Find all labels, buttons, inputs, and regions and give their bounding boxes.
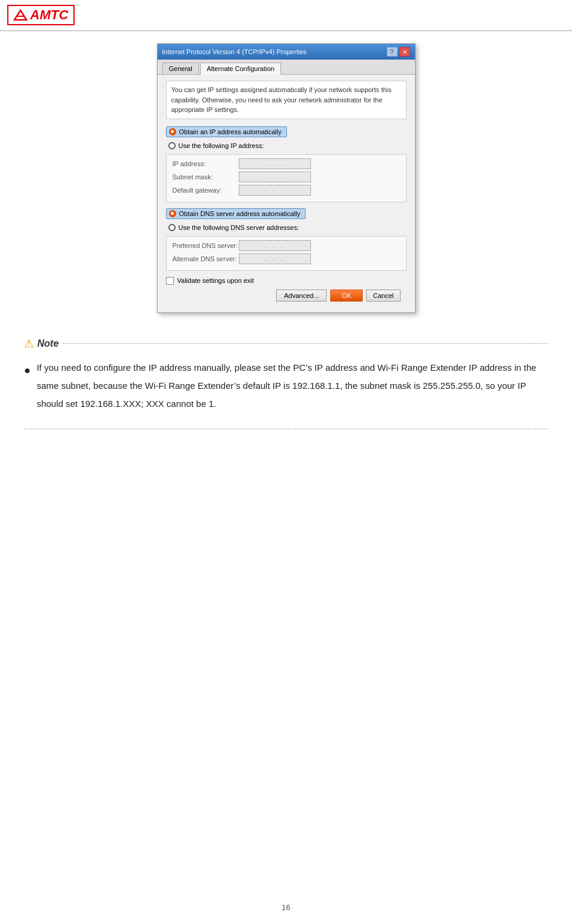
dialog-title: Internet Protocol Version 4 (TCP/IPv4) P… <box>162 48 307 55</box>
note-bullet-text: If you need to configure the IP address … <box>37 359 548 413</box>
logo-text: AMTC <box>7 5 75 25</box>
tab-alternate-configuration[interactable]: Alternate Configuration <box>200 63 281 75</box>
ip-address-label: IP address: <box>173 160 239 167</box>
dns-radio-empty-icon <box>168 224 176 231</box>
radio-filled-icon <box>169 128 176 135</box>
dialog-inner: You can get IP settings assigned automat… <box>158 75 415 312</box>
svg-marker-0 <box>14 10 26 20</box>
default-gateway-label: Default gateway: <box>173 187 239 194</box>
preferred-dns-input[interactable]: . . . <box>239 240 311 251</box>
dns-section: Obtain DNS server address automatically … <box>166 208 407 271</box>
use-following-dns-radio[interactable]: Use the following DNS server addresses: <box>166 223 407 232</box>
radio-empty-icon <box>168 142 176 149</box>
use-following-ip-radio[interactable]: Use the following IP address: <box>166 141 407 150</box>
note-header-line <box>63 343 548 344</box>
obtain-ip-selected[interactable]: Obtain an IP address automatically <box>166 126 287 137</box>
preferred-dns-label: Preferred DNS server: <box>173 242 239 249</box>
close-button[interactable]: ✕ <box>399 47 410 57</box>
note-footer-line <box>24 429 548 429</box>
alternate-dns-input[interactable]: . . . <box>239 253 311 264</box>
note-bullet: ● If you need to configure the IP addres… <box>24 359 548 413</box>
logo: AMTC <box>7 5 75 25</box>
note-label: Note <box>37 338 59 349</box>
tab-general[interactable]: General <box>162 63 199 74</box>
subnet-mask-label: Subnet mask: <box>173 173 239 181</box>
help-button[interactable]: ? <box>387 47 398 57</box>
dns-radio-filled-icon <box>169 210 176 217</box>
tabs-row: General Alternate Configuration <box>158 60 415 75</box>
ip-address-row: IP address: . . . <box>173 158 400 169</box>
default-gateway-input[interactable]: . . . <box>239 185 311 196</box>
ok-button[interactable]: OK <box>330 290 363 302</box>
dialog-box: Internet Protocol Version 4 (TCP/IPv4) P… <box>157 43 416 313</box>
obtain-dns-selected[interactable]: Obtain DNS server address automatically <box>166 208 306 219</box>
page-number: 16 <box>281 903 290 912</box>
alternate-dns-row: Alternate DNS server: . . . <box>173 253 400 264</box>
use-following-ip-normal[interactable]: Use the following IP address: <box>166 141 266 150</box>
dialog-title-buttons: ? ✕ <box>387 47 410 57</box>
ip-fields-section: IP address: . . . Subnet mask: . . . Def… <box>166 154 407 202</box>
obtain-dns-radio[interactable]: Obtain DNS server address automatically <box>166 208 407 219</box>
cancel-button[interactable]: Cancel <box>366 290 400 302</box>
warning-icon: ⚠ <box>24 337 34 350</box>
default-gateway-row: Default gateway: . . . <box>173 185 400 196</box>
dialog-wrapper: Internet Protocol Version 4 (TCP/IPv4) P… <box>24 43 548 313</box>
obtain-ip-radio[interactable]: Obtain an IP address automatically <box>166 126 407 137</box>
main-content: Internet Protocol Version 4 (TCP/IPv4) P… <box>0 31 572 441</box>
subnet-mask-input[interactable]: . . . <box>239 172 311 182</box>
header: AMTC <box>0 0 572 31</box>
bullet-icon: ● <box>24 360 31 413</box>
dialog-footer: Advanced... OK Cancel <box>166 285 407 306</box>
alternate-dns-label: Alternate DNS server: <box>173 255 239 262</box>
info-text: You can get IP settings assigned automat… <box>166 81 407 119</box>
validate-label: Validate settings upon exit <box>177 277 254 284</box>
validate-checkbox[interactable] <box>166 277 174 285</box>
validate-checkbox-row[interactable]: Validate settings upon exit <box>166 277 407 285</box>
advanced-button[interactable]: Advanced... <box>276 290 327 302</box>
note-section: ⚠ Note ● If you need to configure the IP… <box>24 337 548 429</box>
logo-icon <box>13 8 28 22</box>
preferred-dns-row: Preferred DNS server: . . . <box>173 240 400 251</box>
dialog-titlebar: Internet Protocol Version 4 (TCP/IPv4) P… <box>158 44 415 60</box>
note-body: ● If you need to configure the IP addres… <box>24 353 548 419</box>
subnet-mask-row: Subnet mask: . . . <box>173 172 400 182</box>
ip-address-input[interactable]: . . . <box>239 158 311 169</box>
note-header: ⚠ Note <box>24 337 548 350</box>
dns-fields-section: Preferred DNS server: . . . Alternate DN… <box>166 236 407 271</box>
use-following-dns-normal[interactable]: Use the following DNS server addresses: <box>166 223 302 232</box>
